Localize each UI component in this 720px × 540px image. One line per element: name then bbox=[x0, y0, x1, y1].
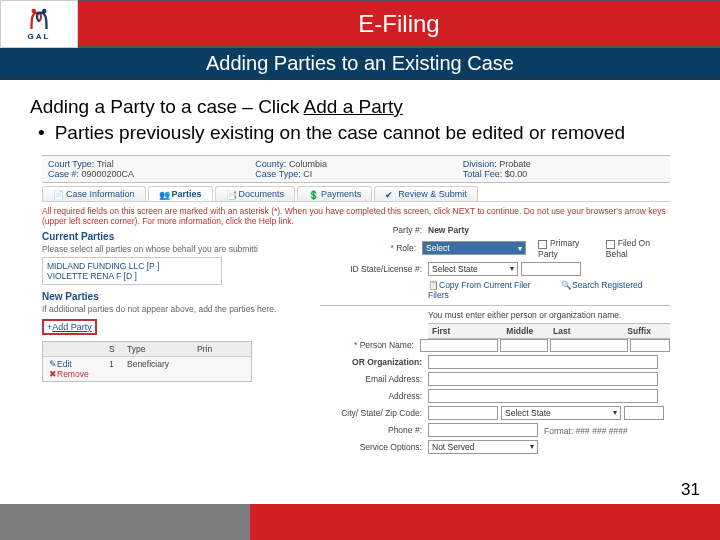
grid-row-type: Beneficiary bbox=[121, 357, 191, 381]
case-type-value: CI bbox=[303, 169, 312, 179]
case-type-label: Case Type: bbox=[255, 169, 300, 179]
current-party-1: MIDLAND FUNDING LLC [P ] bbox=[47, 261, 217, 271]
gal-logo-icon bbox=[24, 8, 54, 32]
case-header: Court Type: Trial Case #: 09000200CA Cou… bbox=[42, 155, 670, 183]
person-label: Person Name: bbox=[320, 340, 420, 350]
org-input[interactable] bbox=[428, 355, 658, 369]
svg-point-1 bbox=[42, 8, 47, 13]
address-input[interactable] bbox=[428, 389, 658, 403]
required-notice: All required fields on this screen are m… bbox=[42, 206, 670, 226]
edit-link[interactable]: ✎Edit bbox=[49, 359, 72, 369]
footer-band bbox=[0, 504, 720, 540]
first-name-input[interactable] bbox=[420, 339, 498, 352]
primary-checkbox[interactable]: Primary Party bbox=[538, 238, 598, 258]
partynum-value: New Party bbox=[428, 225, 469, 235]
address-label: Address: bbox=[320, 391, 428, 401]
role-select[interactable]: Select bbox=[422, 241, 526, 255]
svg-point-0 bbox=[32, 8, 37, 13]
state-value: Select State bbox=[505, 408, 551, 418]
page-number: 31 bbox=[681, 480, 700, 500]
division-label: Division: bbox=[463, 159, 497, 169]
review-icon: ✔ bbox=[385, 190, 394, 199]
grid-col-prin: Prin bbox=[191, 342, 231, 356]
idstate-value: Select State bbox=[432, 264, 478, 274]
tab-review-label: Review & Submit bbox=[398, 189, 467, 199]
col-middle: Middle bbox=[502, 324, 549, 338]
col-last: Last bbox=[549, 324, 623, 338]
page-subtitle: Adding Parties to an Existing Case bbox=[0, 48, 720, 80]
tab-payments-label: Payments bbox=[321, 189, 361, 199]
court-type-label: Court Type: bbox=[48, 159, 94, 169]
service-select[interactable]: Not Served bbox=[428, 440, 538, 454]
filed-on-checkbox[interactable]: Filed On Behal bbox=[606, 238, 670, 258]
tab-review[interactable]: ✔Review & Submit bbox=[374, 186, 478, 201]
edit-label: Edit bbox=[57, 359, 72, 369]
org-label: OR Organization: bbox=[320, 357, 428, 367]
instruction-block: Adding a Party to a case – Click Add a P… bbox=[30, 94, 698, 145]
party-detail-panel: Party #: New Party Role: Select Primary … bbox=[320, 225, 670, 456]
state-select[interactable]: Select State bbox=[501, 406, 621, 420]
screenshot-panel: Court Type: Trial Case #: 09000200CA Cou… bbox=[42, 155, 670, 381]
col-first: First bbox=[428, 324, 502, 338]
partynum-label: Party #: bbox=[320, 225, 428, 235]
copy-from-filer-link[interactable]: 📋Copy From Current Filer bbox=[428, 280, 545, 290]
tab-payments[interactable]: 💲Payments bbox=[297, 186, 372, 201]
suffix-input[interactable] bbox=[630, 339, 670, 352]
grid-row-num: 1 bbox=[103, 357, 121, 381]
case-num-value: 09000200CA bbox=[82, 169, 135, 179]
add-party-label: Add Party bbox=[52, 322, 92, 332]
court-type-value: Trial bbox=[97, 159, 114, 169]
division-value: Probate bbox=[499, 159, 531, 169]
role-value: Select bbox=[426, 243, 450, 253]
current-party-2: VIOLETTE RENA F [D ] bbox=[47, 271, 217, 281]
service-label: Service Options: bbox=[320, 442, 428, 452]
service-value: Not Served bbox=[432, 442, 475, 452]
tab-case-info-label: Case Information bbox=[66, 189, 135, 199]
instruction-line1a: Adding a Party to a case – Click bbox=[30, 96, 304, 117]
last-name-input[interactable] bbox=[550, 339, 628, 352]
role-label: Role: bbox=[320, 243, 422, 253]
content: Adding a Party to a case – Click Add a P… bbox=[0, 80, 720, 382]
grid-col-type: Type bbox=[121, 342, 191, 356]
city-input[interactable] bbox=[428, 406, 498, 420]
logo-text: GAL bbox=[28, 32, 51, 41]
page-title: E-Filing bbox=[78, 0, 720, 48]
bullet-icon: • bbox=[38, 120, 45, 146]
tab-parties[interactable]: 👥Parties bbox=[148, 186, 213, 201]
tab-documents[interactable]: 📑Documents bbox=[215, 186, 296, 201]
col-suffix: Suffix bbox=[623, 324, 670, 338]
email-label: Email Address: bbox=[320, 374, 428, 384]
payments-icon: 💲 bbox=[308, 190, 317, 199]
footer-gray bbox=[0, 504, 250, 540]
phone-format: Format: ### ### #### bbox=[544, 426, 628, 436]
instruction-bullet: Parties previously existing on the case … bbox=[55, 120, 625, 146]
email-input[interactable] bbox=[428, 372, 658, 386]
total-fee-value: $0.00 bbox=[505, 169, 528, 179]
remove-link[interactable]: ✖Remove bbox=[49, 369, 89, 379]
tab-parties-label: Parties bbox=[172, 189, 202, 199]
current-parties-list[interactable]: MIDLAND FUNDING LLC [P ] VIOLETTE RENA F… bbox=[42, 257, 222, 285]
case-num-label: Case #: bbox=[48, 169, 79, 179]
zip-input[interactable] bbox=[624, 406, 664, 420]
idstate-select[interactable]: Select State bbox=[428, 262, 518, 276]
idstate-label: ID State/License #: bbox=[320, 264, 428, 274]
header-band: GAL E-Filing bbox=[0, 0, 720, 48]
tab-case-info[interactable]: 📄Case Information bbox=[42, 186, 146, 201]
phone-label: Phone #: bbox=[320, 425, 428, 435]
case-info-icon: 📄 bbox=[53, 190, 62, 199]
license-input[interactable] bbox=[521, 262, 581, 276]
logo: GAL bbox=[0, 0, 78, 48]
phone-input[interactable] bbox=[428, 423, 538, 437]
instruction-underline: Add a Party bbox=[304, 96, 403, 117]
middle-name-input[interactable] bbox=[500, 339, 548, 352]
name-instruction: You must enter either person or organiza… bbox=[428, 310, 670, 320]
citystate-label: City/ State/ Zip Code: bbox=[320, 408, 428, 418]
grid-col-s: S bbox=[103, 342, 121, 356]
add-party-link[interactable]: +Add Party bbox=[47, 322, 92, 332]
footer-red bbox=[250, 504, 720, 540]
new-party-grid: S Type Prin ✎Edit ✖Remove 1 Beneficiary bbox=[42, 341, 252, 382]
remove-label: Remove bbox=[57, 369, 89, 379]
county-label: County: bbox=[255, 159, 286, 169]
copy-label: Copy From Current Filer bbox=[439, 280, 531, 290]
tab-bar: 📄Case Information 👥Parties 📑Documents 💲P… bbox=[42, 186, 670, 202]
